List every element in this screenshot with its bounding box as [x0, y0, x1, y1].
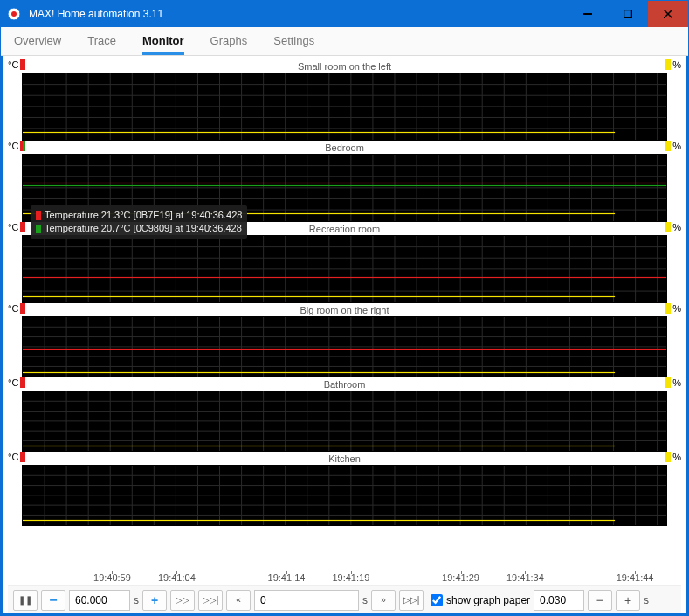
chart-plot[interactable]: 2050 [22, 316, 667, 377]
series-marker-icon [20, 303, 25, 314]
tabbar: Overview Trace Monitor Graphs Settings [1, 27, 688, 56]
series-marker-icon [20, 141, 25, 151]
playback-toolbar: ❚❚ − s + ▷▷ ▷▷| « s » ▷▷| show graph pap… [8, 585, 681, 613]
series-marker-icon [665, 303, 671, 314]
time-axis: 19:40:5919:41:0419:41:1419:41:1919:41:29… [22, 571, 667, 585]
y-right-unit: % [672, 59, 681, 70]
rate-input[interactable] [69, 590, 130, 611]
chart-title: Kitchen [8, 453, 681, 464]
series-marker-icon [20, 59, 25, 70]
x-tick: 19:41:04 [158, 572, 196, 583]
chart-title: Big room on the right [8, 305, 681, 315]
charts-stack: °CSmall room on the left%2050°CBedroom%2… [8, 59, 681, 571]
svg-point-1 [11, 11, 17, 17]
series-marker-icon [20, 222, 25, 232]
y-left-unit: °C [8, 222, 18, 232]
window-title: MAX! Home automation 3.11 [27, 8, 568, 20]
y-right-unit: % [672, 377, 681, 388]
svg-rect-2 [583, 13, 592, 15]
chart-row: °CSmall room on the left%2050 [8, 59, 681, 141]
x-tick: 19:41:34 [506, 572, 544, 583]
chart-plot[interactable]: 2050 [22, 391, 667, 452]
zoom-out-button[interactable]: − [588, 590, 612, 611]
x-tick: 19:41:19 [332, 572, 369, 583]
pause-button[interactable]: ❚❚ [13, 590, 38, 611]
tooltip-text: Temperature 20.7°C [0C9809] at 19:40:36.… [45, 223, 242, 233]
series-line [23, 183, 666, 183]
app-window: MAX! Home automation 3.11 Overview Trace… [0, 0, 689, 616]
chart-tooltip: Temperature 21.3°C [0B7E19] at 19:40:36.… [31, 205, 247, 239]
skip-to-end-button[interactable]: ▷▷| [198, 590, 223, 611]
series-line [23, 277, 666, 278]
zoom-input[interactable] [534, 590, 584, 611]
maximize-button[interactable] [608, 1, 648, 27]
rewind-button[interactable]: « [226, 590, 251, 611]
position-unit: s [362, 594, 368, 606]
y-left-unit: °C [8, 303, 18, 314]
chart-plot[interactable]: 2050 [22, 465, 667, 526]
y-right-unit: % [672, 222, 681, 232]
chart-row: °CBedroom%2050Temperature 21.3°C [0B7E19… [8, 141, 681, 222]
chart-row: °CBathroom%2050 [8, 377, 681, 452]
chart-row: °CBig room on the right%2050 [8, 303, 681, 377]
show-graph-paper-input[interactable] [431, 594, 443, 606]
y-left-unit: °C [8, 141, 18, 151]
tooltip-text: Temperature 21.3°C [0B7E19] at 19:40:36.… [45, 210, 242, 220]
rate-unit: s [134, 594, 139, 606]
chart-title: Bathroom [8, 379, 681, 390]
x-tick: 19:41:29 [442, 572, 479, 583]
chart-plot[interactable]: 2050 [22, 73, 667, 141]
skip-forward-button[interactable]: ▷▷| [399, 590, 424, 611]
series-line [23, 446, 615, 446]
chart-title: Bedroom [8, 142, 681, 153]
x-tick: 19:41:14 [268, 572, 306, 583]
y-right-unit: % [672, 141, 681, 151]
series-line [23, 349, 666, 350]
y-right-unit: % [672, 452, 681, 462]
y-left-unit: °C [8, 452, 18, 462]
position-input[interactable] [254, 590, 359, 611]
close-button[interactable] [648, 1, 688, 27]
series-marker-icon [665, 141, 671, 151]
show-graph-paper-checkbox[interactable]: show graph paper [431, 594, 530, 606]
tab-monitor[interactable]: Monitor [142, 26, 184, 55]
show-graph-paper-label: show graph paper [446, 594, 530, 606]
forward-button[interactable]: » [371, 590, 396, 611]
series-line [23, 520, 615, 521]
chart-title: Small room on the left [8, 61, 681, 72]
rate-increase-button[interactable]: + [142, 590, 167, 611]
series-line [23, 132, 615, 133]
zoom-in-button[interactable]: + [616, 590, 640, 611]
minimize-button[interactable] [568, 1, 608, 27]
series-line [23, 296, 615, 297]
rate-decrease-button[interactable]: − [41, 590, 65, 611]
svg-rect-3 [624, 10, 632, 18]
x-tick: 19:40:59 [93, 572, 131, 583]
series-marker-icon [665, 452, 671, 462]
series-line [23, 185, 666, 186]
series-marker-icon [665, 222, 671, 232]
series-line [23, 372, 615, 373]
series-marker-icon [665, 59, 671, 70]
series-marker-icon [20, 377, 25, 388]
y-left-unit: °C [8, 59, 18, 70]
titlebar[interactable]: MAX! Home automation 3.11 [1, 1, 688, 27]
fast-forward-button[interactable]: ▷▷ [170, 590, 195, 611]
app-icon [1, 7, 27, 21]
tooltip-marker-icon [36, 211, 41, 220]
chart-row: °CKitchen%2050 [8, 452, 681, 526]
series-marker-icon [20, 452, 25, 462]
content-area: °CSmall room on the left%2050°CBedroom%2… [1, 56, 688, 615]
chart-plot[interactable]: 2050 [22, 235, 667, 303]
tab-graphs[interactable]: Graphs [210, 26, 248, 55]
tab-trace[interactable]: Trace [87, 26, 116, 55]
tab-overview[interactable]: Overview [14, 26, 61, 55]
tab-settings[interactable]: Settings [273, 26, 314, 55]
tooltip-marker-icon [36, 225, 41, 233]
zoom-unit: s [644, 594, 649, 606]
y-right-unit: % [672, 303, 681, 314]
x-tick: 19:41:44 [617, 572, 654, 583]
series-marker-icon [665, 377, 671, 388]
y-left-unit: °C [8, 377, 18, 388]
